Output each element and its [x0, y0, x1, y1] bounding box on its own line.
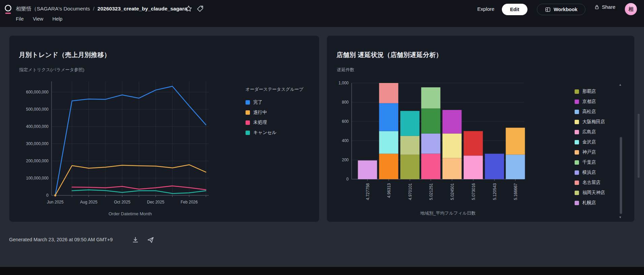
legend-swatch — [246, 100, 250, 105]
legend-item[interactable]: 広島店 — [575, 127, 605, 137]
series-line[interactable] — [55, 86, 206, 195]
bar-segment[interactable] — [379, 83, 398, 103]
svg-text:500,000,000: 500,000,000 — [26, 107, 49, 112]
series-point[interactable] — [54, 194, 56, 196]
legend-item[interactable]: 那覇店 — [575, 86, 605, 97]
svg-text:400,000,000: 400,000,000 — [26, 124, 49, 129]
legend-label: 金沢店 — [582, 139, 596, 145]
avatar[interactable]: 相 — [625, 3, 637, 15]
legend-scroll-up-icon[interactable]: ▲ — [619, 83, 622, 86]
legend-swatch — [246, 131, 250, 135]
bar-segment[interactable] — [400, 136, 420, 155]
workbook-button[interactable]: Workbook — [537, 4, 585, 15]
edit-button[interactable]: Edit — [502, 4, 527, 15]
bar-segment[interactable] — [400, 155, 420, 179]
bar-segment[interactable] — [379, 131, 398, 154]
brand-row: 相樂悟（SAGARA's Documents/20260323_create_b… — [0, 0, 644, 16]
favorite-star-icon[interactable] — [185, 5, 192, 12]
legend-swatch — [575, 181, 579, 185]
legend-swatch — [575, 170, 579, 175]
legend-item[interactable]: 千葉店 — [575, 157, 605, 167]
explore-button[interactable]: Explore — [477, 6, 494, 12]
line-chart-axes: 0100,000,000200,000,000300,000,000400,00… — [26, 81, 209, 216]
download-icon[interactable] — [132, 236, 139, 244]
legend-swatch — [575, 201, 579, 205]
bar-segment[interactable] — [464, 156, 483, 179]
legend-label: 名古屋店 — [582, 180, 601, 186]
bar-segment[interactable] — [421, 87, 441, 109]
bar-segment[interactable] — [443, 134, 462, 158]
legend-swatch — [575, 160, 579, 165]
menu-file[interactable]: File — [16, 16, 24, 22]
legend-item[interactable]: 京都店 — [575, 97, 605, 107]
legend-scroll-down-icon[interactable]: ▼ — [619, 216, 622, 219]
bar-segment[interactable] — [421, 134, 441, 154]
legend-item[interactable]: 名古屋店 — [575, 177, 605, 188]
svg-text:Aug 2025: Aug 2025 — [80, 200, 98, 204]
sigma-logo-icon[interactable] — [4, 4, 12, 16]
legend-item[interactable]: キャンセル — [246, 128, 303, 138]
legend-item[interactable]: 札幌店 — [575, 198, 605, 208]
legend-item[interactable]: 福岡天神店 — [575, 188, 605, 198]
svg-text:600,000,000: 600,000,000 — [26, 90, 49, 94]
line-chart-title: 月別トレンド（売上月別推移） — [19, 51, 110, 59]
legend-label: 大阪梅田店 — [582, 119, 605, 125]
bar-segment[interactable] — [421, 154, 441, 180]
page-scrollbar[interactable] — [638, 114, 640, 178]
bar-segment[interactable] — [421, 109, 441, 134]
legend-item[interactable]: 未処理 — [246, 117, 303, 128]
legend-item[interactable]: 金沢店 — [575, 137, 605, 147]
svg-text:100,000,000: 100,000,000 — [26, 176, 49, 181]
svg-text:5.120543: 5.120543 — [492, 183, 497, 200]
bar-chart-bars[interactable] — [358, 83, 525, 179]
bar-segment[interactable] — [358, 160, 377, 179]
bar-segment[interactable] — [379, 154, 398, 180]
bar-segment[interactable] — [443, 110, 462, 134]
legend-swatch — [575, 140, 579, 144]
generated-timestamp: Generated March 23, 2026 at 09:50 AM GMT… — [9, 237, 113, 242]
menu-help[interactable]: Help — [53, 16, 63, 22]
bar-segment[interactable] — [485, 154, 504, 180]
svg-text:地域別_平均フルフィル日数: 地域別_平均フルフィル日数 — [420, 211, 476, 216]
tag-icon[interactable] — [196, 5, 204, 12]
legend-label: 完了 — [253, 99, 262, 105]
line-chart-svg[interactable]: 0100,000,000200,000,000300,000,000400,00… — [9, 75, 252, 222]
svg-text:300,000,000: 300,000,000 — [26, 141, 49, 146]
share-button[interactable]: Share — [594, 4, 615, 10]
legend-label: キャンセル — [253, 130, 277, 136]
legend-swatch — [575, 120, 579, 124]
legend-item[interactable]: 完了 — [246, 97, 303, 107]
bar-segment[interactable] — [506, 128, 525, 155]
lock-icon — [594, 4, 600, 10]
legend-item[interactable]: 神戸店 — [575, 147, 605, 157]
bar-segment[interactable] — [464, 131, 483, 156]
legend-label: 広島店 — [582, 129, 596, 135]
bottom-strip — [0, 267, 644, 275]
bar-chart-card: 店舗別 遅延状況（店舗別遅延分析） 遅延件数 02004006008001,00… — [327, 35, 635, 222]
bar-segment[interactable] — [443, 158, 462, 179]
bar-chart-svg[interactable]: 02004006008001,0004.7277584.963134.97010… — [327, 75, 549, 222]
bar-chart-y-axis-label: 遅延件数 — [337, 67, 354, 73]
topbar: 相樂悟（SAGARA's Documents/20260323_create_b… — [0, 0, 644, 27]
legend-scrollbar[interactable] — [620, 137, 622, 214]
legend-item[interactable]: 大阪梅田店 — [575, 117, 605, 127]
bar-segment[interactable] — [400, 111, 420, 136]
legend-label: 進行中 — [253, 109, 267, 115]
svg-text:5.166667: 5.166667 — [513, 183, 518, 200]
breadcrumb-folder[interactable]: 相樂悟（SAGARA's Documents — [16, 6, 90, 11]
workbook-label: Workbook — [554, 7, 578, 12]
menu-view[interactable]: View — [33, 16, 43, 22]
legend-item[interactable]: 高松店 — [575, 107, 605, 117]
bar-segment[interactable] — [379, 103, 398, 131]
legend-label: 高松店 — [582, 109, 596, 115]
line-chart-subtitle: 指定メトリクス(パラメータ参照) — [19, 67, 84, 73]
legend-label: 福岡天神店 — [582, 190, 605, 196]
svg-text:Oct 2025: Oct 2025 — [114, 200, 130, 204]
line-chart-series[interactable] — [54, 86, 206, 196]
legend-item[interactable]: 進行中 — [246, 107, 303, 117]
send-icon[interactable] — [147, 236, 154, 244]
bar-segment[interactable] — [506, 155, 525, 179]
breadcrumb-doc-title[interactable]: 20260323_create_by_claude_sagara — [97, 6, 187, 11]
legend-item[interactable]: 横浜店 — [575, 167, 605, 177]
svg-text:5.073016: 5.073016 — [471, 183, 476, 200]
